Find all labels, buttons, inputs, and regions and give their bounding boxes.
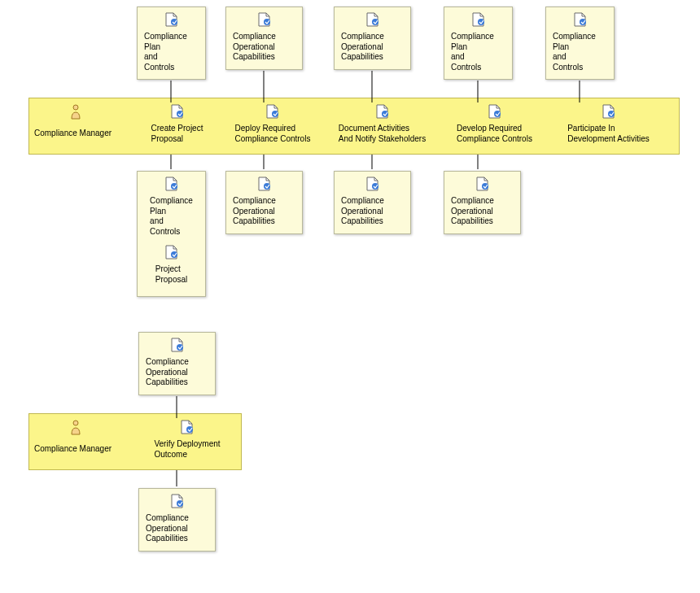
output-artifact-2[interactable]: Compliance Operational Capabilities bbox=[225, 171, 303, 234]
artifact-label: Compliance Operational Capabilities bbox=[146, 513, 208, 544]
document-icon bbox=[266, 104, 279, 119]
artifact-label: Compliance Operational Capabilities bbox=[451, 196, 514, 227]
input-artifact-4[interactable]: Compliance Plan and Controls bbox=[444, 7, 513, 80]
document-icon bbox=[476, 177, 489, 191]
activity-deploy-required-compliance-controls[interactable]: Deploy Required Compliance Controls bbox=[224, 104, 322, 144]
document-icon bbox=[181, 420, 194, 434]
activity-verify-deployment-outcome[interactable]: Verify Deployment Outcome bbox=[142, 420, 232, 460]
activity-label: Document Activities And Notify Stakehold… bbox=[339, 124, 426, 144]
activity-label: Verify Deployment Outcome bbox=[154, 439, 220, 460]
artifact-label: Compliance Operational Capabilities bbox=[233, 32, 295, 63]
document-icon bbox=[258, 12, 271, 27]
activity-label: Develop Required Compliance Controls bbox=[457, 124, 532, 144]
document-icon bbox=[366, 177, 379, 191]
actor-icon bbox=[69, 420, 82, 436]
artifact-label: Compliance Operational Capabilities bbox=[341, 196, 404, 227]
activity-label: Create Project Proposal bbox=[151, 124, 203, 144]
artifact-label: Compliance Plan and Controls bbox=[553, 32, 607, 72]
output-artifact-4[interactable]: Compliance Operational Capabilities bbox=[444, 171, 521, 234]
document-icon bbox=[602, 104, 615, 119]
activity-participate-in-development[interactable]: Participate In Development Activities bbox=[553, 104, 663, 144]
document-icon bbox=[258, 177, 271, 191]
document-icon bbox=[165, 245, 178, 259]
artifact-label: Compliance Plan and Controls bbox=[451, 32, 505, 72]
output-artifact-verify[interactable]: Compliance Operational Capabilities bbox=[138, 488, 216, 552]
artifact-label: Compliance Plan and Controls bbox=[144, 32, 199, 72]
document-icon bbox=[366, 12, 379, 27]
input-artifact-1[interactable]: Compliance Plan and Controls bbox=[137, 7, 206, 80]
document-icon bbox=[171, 338, 184, 352]
artifact-label: Project Proposal bbox=[155, 264, 187, 285]
output-artifact-1[interactable]: Compliance Plan and Controls Project Pro… bbox=[137, 171, 206, 297]
actor-icon bbox=[69, 104, 82, 120]
artifact-label: Compliance Operational Capabilities bbox=[146, 357, 208, 388]
document-icon bbox=[171, 104, 184, 119]
connector-arrows bbox=[0, 0, 700, 593]
activity-create-project-proposal[interactable]: Create Project Proposal bbox=[138, 104, 216, 144]
activity-develop-required-compliance-controls[interactable]: Develop Required Compliance Controls bbox=[444, 104, 545, 144]
artifact-label: Compliance Plan and Controls bbox=[150, 196, 193, 237]
input-artifact-5[interactable]: Compliance Plan and Controls bbox=[545, 7, 615, 80]
lane2-role-label: Compliance Manager bbox=[34, 444, 112, 453]
activity-label: Participate In Development Activities bbox=[567, 124, 650, 144]
output-artifact-3[interactable]: Compliance Operational Capabilities bbox=[334, 171, 411, 234]
document-icon bbox=[574, 12, 587, 27]
process-diagram: Compliance Manager Create Project Propos… bbox=[0, 0, 700, 593]
lane1-role-label: Compliance Manager bbox=[34, 129, 112, 137]
activity-document-and-notify[interactable]: Document Activities And Notify Stakehold… bbox=[327, 104, 437, 144]
document-icon bbox=[376, 104, 389, 119]
input-artifact-verify[interactable]: Compliance Operational Capabilities bbox=[138, 332, 216, 395]
input-artifact-3[interactable]: Compliance Operational Capabilities bbox=[334, 7, 411, 70]
input-artifact-2[interactable]: Compliance Operational Capabilities bbox=[225, 7, 303, 70]
document-icon bbox=[472, 12, 485, 27]
activity-label: Deploy Required Compliance Controls bbox=[235, 124, 311, 144]
document-icon bbox=[165, 177, 178, 191]
document-icon bbox=[171, 494, 184, 508]
document-icon bbox=[488, 104, 501, 119]
artifact-label: Compliance Operational Capabilities bbox=[233, 196, 295, 227]
document-icon bbox=[165, 12, 178, 27]
artifact-label: Compliance Operational Capabilities bbox=[341, 32, 404, 63]
